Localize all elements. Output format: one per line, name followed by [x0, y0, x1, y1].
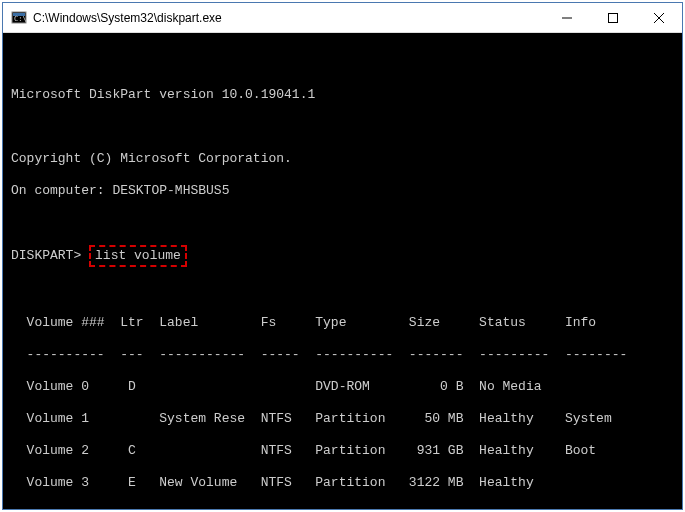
computer-line: On computer: DESKTOP-MHSBUS5 [11, 183, 674, 199]
app-icon: C:\ [11, 10, 27, 26]
table-row: Volume 2 C NTFS Partition 931 GB Healthy… [11, 443, 674, 459]
prompt-text: DISKPART> [11, 248, 81, 263]
window-title: C:\Windows\System32\diskpart.exe [33, 11, 544, 25]
table-row: Volume 1 System Rese NTFS Partition 50 M… [11, 411, 674, 427]
header-line: Microsoft DiskPart version 10.0.19041.1 [11, 87, 674, 103]
table-row: Volume 4 G New Volume NTFS Partition 312… [11, 507, 674, 509]
table-divider: ---------- --- ----------- ----- -------… [11, 347, 674, 363]
table-row: Volume 0 D DVD-ROM 0 B No Media [11, 379, 674, 395]
blank-line [11, 283, 674, 299]
svg-rect-4 [609, 13, 618, 22]
window-controls [544, 3, 682, 32]
minimize-button[interactable] [544, 3, 590, 32]
diskpart-window: C:\ C:\Windows\System32\diskpart.exe Mic… [2, 2, 683, 510]
cmd-list-volume: list volume [95, 248, 181, 263]
terminal-output[interactable]: Microsoft DiskPart version 10.0.19041.1 … [3, 33, 682, 509]
cmd-list-volume-highlight: list volume [89, 245, 187, 267]
table-header: Volume ### Ltr Label Fs Type Size Status… [11, 315, 674, 331]
blank-line [11, 215, 674, 231]
prompt-list-volume: DISKPART> list volume [11, 247, 674, 267]
table-row: Volume 3 E New Volume NTFS Partition 312… [11, 475, 674, 491]
blank-line [11, 55, 674, 71]
maximize-button[interactable] [590, 3, 636, 32]
close-button[interactable] [636, 3, 682, 32]
svg-text:C:\: C:\ [14, 15, 27, 23]
copyright-line: Copyright (C) Microsoft Corporation. [11, 151, 674, 167]
titlebar[interactable]: C:\ C:\Windows\System32\diskpart.exe [3, 3, 682, 33]
blank-line [11, 119, 674, 135]
